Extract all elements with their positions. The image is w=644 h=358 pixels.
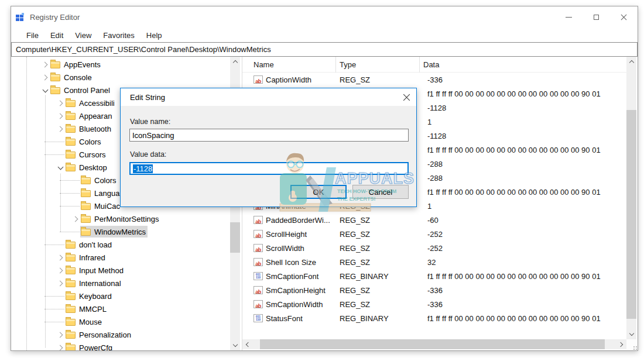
scroll-left-icon[interactable] xyxy=(242,339,252,349)
registry-value-row[interactable]: SmCaptionFontREG_BINARYf1 ff ff ff 00 00… xyxy=(242,269,626,283)
value-data-label: Value data: xyxy=(130,150,166,159)
folder-icon xyxy=(81,190,91,197)
registry-value-row[interactable]: ScrollWidthREG_SZ-252 xyxy=(242,241,626,255)
tree-item-highlight: PowerCfg xyxy=(65,342,114,350)
value-name: CaptionWidth xyxy=(266,75,311,84)
value-data: -288 xyxy=(427,174,626,183)
folder-icon xyxy=(66,267,76,274)
chevron-right-icon[interactable] xyxy=(56,97,65,109)
tree-item[interactable]: Console xyxy=(11,71,230,84)
tree-item-label: Colors xyxy=(94,176,117,185)
chevron-right-icon[interactable] xyxy=(56,328,65,341)
folder-icon xyxy=(66,319,76,326)
dialog-close-icon[interactable] xyxy=(403,94,410,101)
list-scrollbar-thumb[interactable] xyxy=(626,110,636,319)
column-header-type[interactable]: Type xyxy=(335,57,423,73)
value-name-label: Value name: xyxy=(130,118,170,126)
list-scrollbar-horizontal[interactable] xyxy=(242,339,626,349)
value-data: -288 xyxy=(427,160,626,168)
dialog-title-bar[interactable]: Edit String xyxy=(121,88,416,106)
tree-item-highlight: AppEvents xyxy=(50,58,102,70)
column-header-name[interactable]: Name xyxy=(254,57,340,73)
chevron-down-icon[interactable] xyxy=(41,84,50,97)
registry-value-row[interactable]: SmCaptionWidthREG_SZ-336 xyxy=(242,297,626,311)
menu-edit[interactable]: Edit xyxy=(44,31,69,40)
tree-item-highlight: Mouse xyxy=(65,316,104,328)
tree-item[interactable]: PerMonitorSettings xyxy=(11,212,230,225)
tree-item-highlight: don't load xyxy=(65,239,114,250)
tree-item-highlight: Cursors xyxy=(65,149,108,160)
tree-item-highlight: Control Panel xyxy=(50,84,112,96)
tree-item[interactable]: PowerCfg xyxy=(11,341,230,350)
close-button[interactable] xyxy=(610,6,638,28)
chevron-right-icon[interactable] xyxy=(56,122,65,135)
tree-item[interactable]: MMCPL xyxy=(11,302,230,315)
tree-item[interactable]: Mouse xyxy=(11,315,230,328)
resize-grip[interactable] xyxy=(626,339,636,349)
tree-item[interactable]: Infrared xyxy=(11,251,230,264)
menu-file[interactable]: File xyxy=(20,31,44,40)
tree-item-label: MuiCac xyxy=(94,202,120,211)
value-data: -1128 xyxy=(427,132,626,140)
tree-item-highlight: Personalization xyxy=(65,329,133,340)
tree-item[interactable]: Keyboard xyxy=(11,290,230,302)
resize-grip-icon xyxy=(633,346,635,347)
folder-icon xyxy=(66,280,76,287)
cancel-button[interactable]: Cancel xyxy=(352,185,409,199)
chevron-right-icon[interactable] xyxy=(71,212,80,225)
maximize-button[interactable] xyxy=(583,6,610,28)
scroll-down-icon[interactable] xyxy=(626,329,636,339)
tree-item[interactable]: International xyxy=(11,277,230,290)
tree-item-label: AppEvents xyxy=(64,60,101,69)
tree-item-highlight: Langua xyxy=(80,187,121,199)
list-scrollbar-thumb-horizontal[interactable] xyxy=(260,339,605,349)
tree-item-label: Desktop xyxy=(79,163,107,172)
scroll-up-icon[interactable] xyxy=(230,57,240,67)
chevron-right-icon[interactable] xyxy=(56,251,65,264)
registry-value-row[interactable]: StatusFontREG_BINARYf1 ff ff ff 00 00 00… xyxy=(242,311,626,325)
value-data-field[interactable]: -1128 xyxy=(129,162,409,175)
tree-item-label: WindowMetrics xyxy=(94,228,146,236)
chevron-right-icon[interactable] xyxy=(41,58,50,71)
registry-value-row[interactable]: Shell Icon SizeREG_SZ32 xyxy=(242,255,626,269)
list-scrollbar-vertical[interactable] xyxy=(626,57,636,339)
tree-connector xyxy=(56,135,65,148)
value-name: ScrollHeight xyxy=(266,230,307,239)
menu-view[interactable]: View xyxy=(69,31,97,40)
column-header-data[interactable]: Data xyxy=(419,57,626,73)
scroll-up-icon[interactable] xyxy=(626,57,636,67)
tree-item[interactable]: Personalization xyxy=(11,328,230,341)
ok-button[interactable]: OK xyxy=(290,185,347,199)
scroll-right-icon[interactable] xyxy=(616,339,626,349)
chevron-down-icon[interactable] xyxy=(56,161,65,174)
title-bar[interactable]: Registry Editor xyxy=(11,6,638,28)
chevron-right-icon[interactable] xyxy=(41,71,50,84)
chevron-right-icon[interactable] xyxy=(56,264,65,277)
tree-item[interactable]: Input Method xyxy=(11,264,230,277)
tree-item-highlight: Input Method xyxy=(65,264,125,276)
registry-value-row[interactable]: CaptionWidthREG_SZ-336 xyxy=(242,73,626,87)
tree-item-selected[interactable]: WindowMetrics xyxy=(11,225,230,238)
chevron-right-icon[interactable] xyxy=(56,277,65,290)
value-data: f1 ff ff ff 00 00 00 00 00 00 00 00 00 0… xyxy=(427,314,626,323)
tree-item-highlight: PerMonitorSettings xyxy=(80,213,161,225)
registry-value-row[interactable]: PaddedBorderWi...REG_SZ-60 xyxy=(242,213,626,227)
folder-icon xyxy=(66,293,76,300)
tree-item[interactable]: don't load xyxy=(11,238,230,251)
tree-item[interactable]: AppEvents xyxy=(11,58,230,71)
minimize-button[interactable] xyxy=(555,6,583,28)
tree-scrollbar-thumb[interactable] xyxy=(230,222,240,253)
folder-icon xyxy=(66,164,76,171)
address-bar[interactable]: Computer\HKEY_CURRENT_USER\Control Panel… xyxy=(11,42,638,57)
value-data: 1 xyxy=(427,118,626,126)
registry-value-row[interactable]: ScrollHeightREG_SZ-252 xyxy=(242,227,626,241)
chevron-right-icon[interactable] xyxy=(56,341,65,350)
value-name-field[interactable]: IconSpacing xyxy=(129,129,409,142)
folder-icon xyxy=(66,100,76,107)
menu-help[interactable]: Help xyxy=(141,31,168,40)
menu-favorites[interactable]: Favorites xyxy=(97,31,140,40)
scroll-down-icon[interactable] xyxy=(230,340,240,350)
string-value-icon xyxy=(254,258,263,266)
chevron-right-icon[interactable] xyxy=(56,109,65,122)
registry-value-row[interactable]: SmCaptionHeightREG_SZ-336 xyxy=(242,283,626,297)
